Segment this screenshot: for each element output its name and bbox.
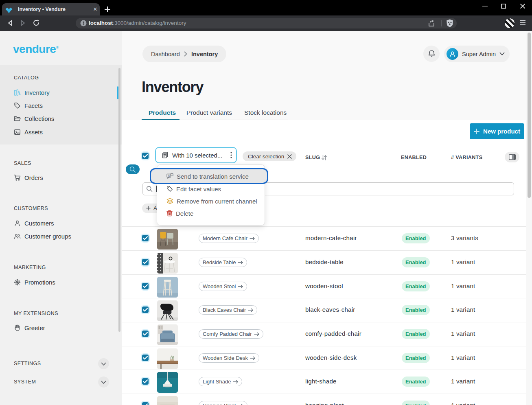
svg-text:A: A	[168, 174, 170, 177]
